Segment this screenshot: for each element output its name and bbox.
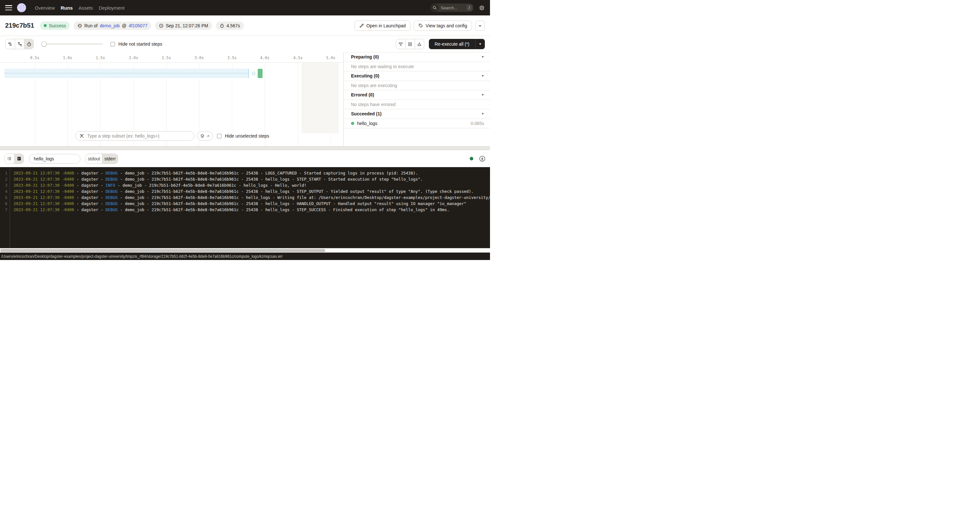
menu-icon[interactable] xyxy=(5,5,12,10)
step-name: hello_logs xyxy=(357,121,377,126)
log-file-path: /Users/erincochran/Desktop/dagster-examp… xyxy=(1,254,283,259)
top-nav: Overview Runs Assets Deployment / xyxy=(0,0,490,16)
status-bar: /Users/erincochran/Desktop/dagster-examp… xyxy=(0,253,490,260)
view-tags-config-button[interactable]: View tags and config xyxy=(414,21,472,31)
collapse-down-icon[interactable] xyxy=(396,39,406,49)
split-rows-icon[interactable] xyxy=(406,39,415,49)
step-duration: 0.065s xyxy=(471,121,484,126)
open-in-launchpad-button[interactable]: Open in Launchpad xyxy=(355,21,410,31)
line-number: 7 xyxy=(0,207,7,213)
hide-unselected-checkbox-row[interactable]: Hide unselected steps xyxy=(217,131,269,141)
section-succeeded[interactable]: Succeeded (1) ▼ xyxy=(344,109,490,119)
reexecute-caret-icon[interactable]: ▼ xyxy=(475,39,485,49)
log-line: 2023-09-21 12:07:30 -0400 - dagster - DE… xyxy=(14,176,490,182)
expand-up-icon[interactable] xyxy=(415,39,424,49)
chevron-down-icon: ▼ xyxy=(481,93,484,97)
snapshot-link[interactable]: 4f105077 xyxy=(129,23,147,28)
tab-stderr[interactable]: stderr xyxy=(102,154,118,163)
hide-unselected-label: Hide unselected steps xyxy=(225,133,269,138)
log-line: 2023-09-21 12:07:30 -0400 - dagster - DE… xyxy=(14,195,490,201)
hide-not-started-checkbox-row[interactable]: Hide not started steps xyxy=(110,41,162,47)
line-number-gutter: 1 2 3 4 5 6 7 xyxy=(0,167,10,248)
hide-unselected-checkbox[interactable] xyxy=(217,134,222,138)
after-run-end-region xyxy=(302,63,339,133)
gantt-chart: 0.5s 1.0s 1.5s 2.0s 2.5s 3.0s 3.5s 4.0s … xyxy=(0,52,343,146)
tag-icon xyxy=(418,24,423,28)
gantt-toolbar-right: Re-execute all (*) ▼ xyxy=(396,39,485,49)
section-executing-empty: No steps are executing xyxy=(344,81,490,90)
panel-splitter[interactable] xyxy=(0,146,490,150)
nav-items: Overview Runs Assets Deployment xyxy=(35,5,124,11)
log-toolbar-right xyxy=(470,155,485,162)
line-number: 3 xyxy=(0,182,7,188)
section-preparing[interactable]: Preparing (0) ▼ xyxy=(344,52,490,62)
gantt-time-axis: 0.5s 1.0s 1.5s 2.0s 2.5s 3.0s 3.5s 4.0s … xyxy=(0,52,343,63)
line-number: 2 xyxy=(0,176,7,182)
step-start-marker-icon[interactable] xyxy=(252,72,255,75)
step-subset-inputbox[interactable] xyxy=(75,131,194,141)
axis-tick: 3.5s xyxy=(228,55,237,60)
slider-handle[interactable] xyxy=(41,41,47,47)
chevron-down-icon: ▼ xyxy=(481,55,484,59)
gridline xyxy=(298,63,298,146)
step-subset-input[interactable] xyxy=(86,133,190,139)
search-input[interactable] xyxy=(439,5,466,10)
stdout-stderr-tabs: stdout stderr xyxy=(86,154,118,164)
layers-icon xyxy=(200,134,205,138)
section-preparing-empty: No steps are waiting to execute xyxy=(344,62,490,72)
horizontal-scrollbar[interactable] xyxy=(0,248,490,253)
structured-log-view-icon[interactable] xyxy=(5,154,14,163)
axis-tick: 0.5s xyxy=(30,55,40,60)
log-step-filter-field[interactable]: hello_logs xyxy=(29,154,80,163)
gear-icon[interactable] xyxy=(479,5,485,11)
succeeded-step-row[interactable]: hello_logs 0.065s xyxy=(344,119,490,128)
reexecute-all-label[interactable]: Re-execute all (*) xyxy=(429,39,475,49)
step-success-bar[interactable] xyxy=(258,69,262,78)
gantt-zoom-slider[interactable] xyxy=(41,39,103,49)
tab-stdout[interactable]: stdout xyxy=(86,154,102,163)
graph-query-toggle-button[interactable] xyxy=(197,131,213,141)
log-line: 2023-09-21 12:07:30 -0400 - dagster - DE… xyxy=(14,207,490,213)
download-icon[interactable] xyxy=(479,155,485,162)
log-line: 2023-09-21 12:07:30 -0400 - dagster - DE… xyxy=(14,170,490,176)
axis-tick: 1.0s xyxy=(63,55,72,60)
nav-item-deployment[interactable]: Deployment xyxy=(99,5,124,11)
dependency-dotted-line xyxy=(5,73,248,73)
nav-item-overview[interactable]: Overview xyxy=(35,5,55,11)
flat-view-icon[interactable] xyxy=(5,39,15,49)
axis-tick: 5.0s xyxy=(326,55,336,60)
step-waiting-bar[interactable] xyxy=(5,69,249,78)
axis-tick: 4.5s xyxy=(293,55,303,60)
nav-item-assets[interactable]: Assets xyxy=(78,5,93,11)
gantt-plot-area: Hide unselected steps xyxy=(0,63,343,146)
header-buttons: Open in Launchpad View tags and config xyxy=(355,21,485,31)
axis-tick: 4.0s xyxy=(260,55,270,60)
timed-view-icon[interactable] xyxy=(24,39,33,49)
section-errored[interactable]: Errored (0) ▼ xyxy=(344,90,490,100)
clock-icon xyxy=(159,24,164,28)
hide-not-started-checkbox[interactable] xyxy=(110,42,115,47)
section-errored-empty: No steps have errored xyxy=(344,100,490,109)
scrollbar-thumb[interactable] xyxy=(0,249,325,252)
search-box[interactable]: / xyxy=(431,3,474,12)
waterfall-view-icon[interactable] xyxy=(15,39,24,49)
log-line: 2023-09-21 12:07:30 -0400 - dagster - DE… xyxy=(14,188,490,195)
slider-track[interactable] xyxy=(41,43,103,45)
log-view-mode-group xyxy=(5,154,24,164)
panel-arrangement-group xyxy=(396,39,424,49)
dagster-logo[interactable] xyxy=(17,3,26,13)
run-duration-pill: 4.567s xyxy=(216,22,244,30)
job-link[interactable]: demo_job xyxy=(100,23,120,28)
section-executing[interactable]: Executing (0) ▼ xyxy=(344,71,490,81)
chevron-down-icon: ▼ xyxy=(481,74,484,78)
nav-item-runs[interactable]: Runs xyxy=(61,5,73,11)
run-of-pill: Run of demo_job @ 4f105077 xyxy=(74,22,151,30)
header-more-actions-button[interactable] xyxy=(475,21,485,31)
gantt-view-mode-group xyxy=(5,39,34,49)
chevron-down-icon: ▼ xyxy=(481,112,484,116)
line-number: 5 xyxy=(0,195,7,201)
line-number: 4 xyxy=(0,188,7,195)
step-success-dot-icon xyxy=(351,122,354,125)
log-toolbar: hello_logs stdout stderr xyxy=(0,150,490,167)
raw-log-view-icon[interactable] xyxy=(14,154,24,163)
